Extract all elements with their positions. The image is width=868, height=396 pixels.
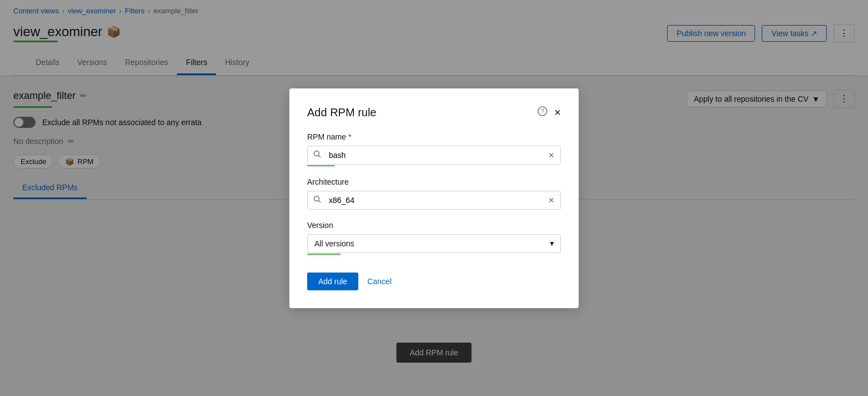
svg-point-2 [314, 151, 319, 156]
svg-text:?: ? [541, 108, 544, 115]
architecture-label: Architecture [307, 177, 561, 186]
rpm-name-input-wrap: ✕ [307, 146, 561, 165]
svg-line-5 [319, 201, 321, 203]
modal-header-icons: ? × [537, 106, 561, 119]
rpm-name-clear-button[interactable]: ✕ [542, 151, 560, 160]
add-rpm-rule-modal: Add RPM rule ? × RPM name * [289, 88, 579, 225]
modal-title: Add RPM rule [307, 106, 377, 119]
svg-point-4 [314, 196, 319, 201]
architecture-input[interactable] [327, 191, 542, 209]
modal-overlay: Add RPM rule ? × RPM name * [0, 0, 868, 224]
rpm-name-underline [307, 165, 335, 166]
rpm-name-search-icon [308, 150, 327, 160]
modal-help-button[interactable]: ? [537, 106, 548, 119]
rpm-name-required: * [348, 132, 351, 141]
modal-close-button[interactable]: × [554, 106, 561, 119]
architecture-group: Architecture ✕ [307, 177, 561, 210]
modal-header: Add RPM rule ? × [307, 106, 561, 119]
architecture-search-icon [308, 195, 327, 205]
rpm-name-label: RPM name * [307, 132, 561, 141]
version-label: Version [307, 221, 561, 225]
svg-line-3 [319, 156, 321, 158]
version-group: Version All versions Latest version Equa… [307, 221, 561, 225]
architecture-clear-button[interactable]: ✕ [542, 196, 560, 205]
rpm-name-group: RPM name * ✕ [307, 132, 561, 166]
architecture-input-wrap: ✕ [307, 191, 561, 210]
rpm-name-input[interactable] [327, 146, 542, 164]
